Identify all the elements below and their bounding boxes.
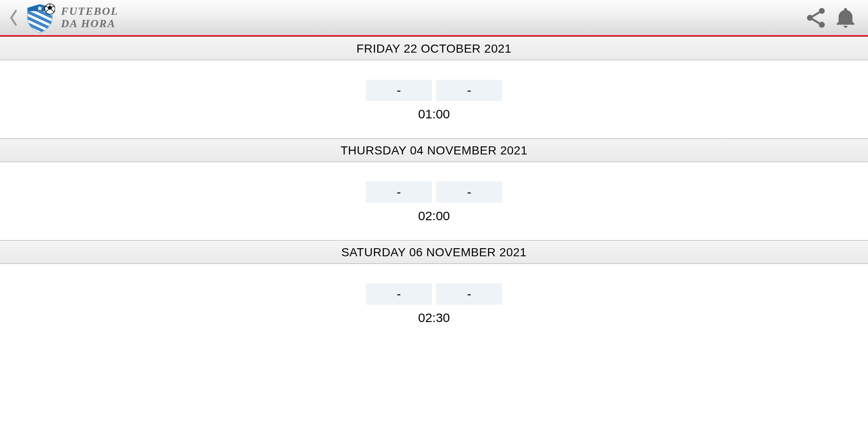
match-scores: - - bbox=[0, 283, 868, 305]
app-title-line2: DA HORA bbox=[61, 18, 118, 30]
svg-point-11 bbox=[819, 22, 825, 28]
notifications-button[interactable] bbox=[831, 3, 860, 33]
share-button[interactable] bbox=[801, 3, 831, 33]
date-header: THURSDAY 04 NOVEMBER 2021 bbox=[0, 138, 868, 162]
bell-icon bbox=[834, 6, 857, 30]
match-scores: - - bbox=[0, 80, 868, 101]
svg-point-10 bbox=[807, 15, 813, 21]
home-score: - bbox=[366, 80, 432, 101]
app-title: FUTEBOL DA HORA bbox=[61, 6, 118, 30]
match-time: 01:00 bbox=[0, 107, 868, 121]
app-logo[interactable]: FUTEBOL DA HORA bbox=[25, 3, 118, 33]
shield-icon bbox=[25, 3, 55, 33]
chevron-left-icon bbox=[9, 9, 18, 26]
home-score: - bbox=[366, 182, 432, 203]
match-row[interactable]: - - 02:00 bbox=[0, 162, 868, 240]
home-score: - bbox=[366, 283, 432, 305]
match-time: 02:00 bbox=[0, 209, 868, 223]
topbar: FUTEBOL DA HORA bbox=[0, 0, 868, 36]
date-header: FRIDAY 22 OCTOBER 2021 bbox=[0, 36, 868, 60]
date-header: SATURDAY 06 NOVEMBER 2021 bbox=[0, 240, 868, 264]
match-row[interactable]: - - 02:30 bbox=[0, 264, 868, 342]
away-score: - bbox=[436, 80, 502, 101]
match-scores: - - bbox=[0, 182, 868, 203]
svg-point-9 bbox=[819, 8, 825, 14]
away-score: - bbox=[436, 182, 502, 203]
share-icon bbox=[804, 6, 828, 30]
app-title-line1: FUTEBOL bbox=[61, 6, 118, 18]
away-score: - bbox=[436, 283, 502, 305]
back-button[interactable] bbox=[5, 5, 22, 31]
match-row[interactable]: - - 01:00 bbox=[0, 60, 868, 138]
match-time: 02:30 bbox=[0, 311, 868, 325]
